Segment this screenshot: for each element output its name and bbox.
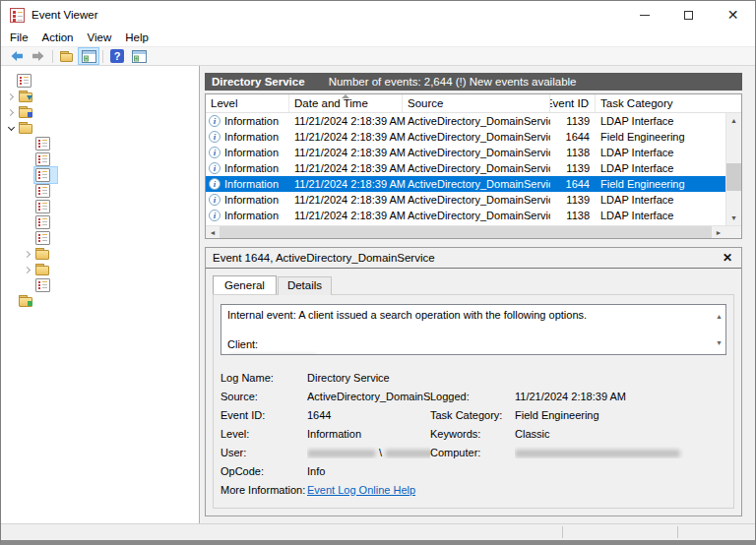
expander-icon[interactable] xyxy=(22,167,34,183)
event-task-category: LDAP Interface xyxy=(596,115,725,127)
event-fields: Log Name: Directory Service Source: Acti… xyxy=(220,368,726,499)
tree-item[interactable] xyxy=(1,246,199,262)
scroll-up-icon[interactable]: ▲ xyxy=(726,113,741,128)
tree-item[interactable] xyxy=(1,293,199,309)
event-description-line1: Internal event: A client issued a search… xyxy=(227,308,704,323)
scrollbar-thumb[interactable] xyxy=(726,163,741,191)
expander-icon[interactable] xyxy=(22,136,34,151)
menu-view[interactable]: View xyxy=(88,30,120,45)
field-value xyxy=(515,447,726,458)
information-icon xyxy=(209,162,220,174)
information-icon xyxy=(209,115,220,127)
event-source: ActiveDirectory_DomainService xyxy=(403,194,550,206)
expander-icon[interactable] xyxy=(22,199,34,214)
expander-icon[interactable] xyxy=(22,246,34,262)
close-preview-icon[interactable]: ✕ xyxy=(720,251,735,265)
help-button[interactable]: ? xyxy=(106,47,128,65)
tree-item[interactable] xyxy=(1,183,199,199)
tab-details[interactable]: Details xyxy=(278,276,332,295)
field-label: Keywords: xyxy=(430,428,515,440)
event-preview-pane: Event 1644, ActiveDirectory_DomainServic… xyxy=(205,247,742,516)
title-bar[interactable]: Event Viewer ✕ xyxy=(1,1,755,29)
tree-item[interactable] xyxy=(1,136,199,151)
column-header-event-id[interactable]: Event ID xyxy=(550,94,596,112)
redacted-value xyxy=(515,450,680,457)
show-hide-action-pane-button[interactable] xyxy=(128,47,150,65)
field-value: Info xyxy=(307,465,430,477)
expander-icon[interactable] xyxy=(22,230,34,246)
event-task-category: LDAP Interface xyxy=(596,147,725,158)
expander-icon[interactable] xyxy=(22,183,34,199)
event-source: ActiveDirectory_DomainService xyxy=(403,115,550,127)
menu-action[interactable]: Action xyxy=(42,30,82,45)
tree-item[interactable] xyxy=(1,120,199,136)
vertical-scrollbar[interactable]: ▲ ▼ xyxy=(725,113,741,225)
expander-icon[interactable] xyxy=(22,151,34,167)
log-title: Directory Service xyxy=(212,76,305,88)
tree-item[interactable] xyxy=(1,262,199,277)
expander-icon[interactable] xyxy=(5,89,18,104)
information-icon xyxy=(209,131,220,143)
scroll-down-icon[interactable]: ▼ xyxy=(726,211,741,225)
forward-icon xyxy=(32,50,45,62)
expander-icon[interactable] xyxy=(3,73,16,89)
event-row[interactable]: Information 11/21/2024 2:18:39 AM Active… xyxy=(206,129,725,145)
scroll-left-icon[interactable]: ◄ xyxy=(206,229,220,236)
tree-item[interactable] xyxy=(1,167,199,183)
information-icon xyxy=(209,178,220,190)
tree-item[interactable] xyxy=(1,230,199,246)
tree-item[interactable] xyxy=(1,277,199,293)
event-id: 1139 xyxy=(550,162,596,174)
horizontal-scrollbar[interactable]: ◄ ► xyxy=(206,225,741,238)
event-viewer-icon xyxy=(10,8,25,23)
maximize-button[interactable] xyxy=(666,1,711,29)
expander-icon[interactable] xyxy=(22,277,34,293)
tab-general[interactable]: General xyxy=(213,275,277,294)
close-button[interactable]: ✕ xyxy=(711,1,755,29)
column-header-level[interactable]: Level xyxy=(206,94,289,112)
svg-text:?: ? xyxy=(114,50,121,62)
show-hide-console-tree-button[interactable] xyxy=(78,47,99,65)
column-header-task-category[interactable]: Task Category xyxy=(596,94,725,112)
field-label: Task Category: xyxy=(430,409,515,421)
scroll-down-icon[interactable]: ▼ xyxy=(716,335,723,350)
column-header-date-and-time[interactable]: Date and Time xyxy=(289,94,403,112)
tree-item[interactable] xyxy=(1,214,199,230)
event-row[interactable]: Information 11/21/2024 2:18:39 AM Active… xyxy=(206,192,725,208)
menu-file[interactable]: File xyxy=(10,30,36,45)
tree-item[interactable] xyxy=(1,73,199,89)
expander-icon[interactable] xyxy=(5,293,18,309)
event-row[interactable]: Information 11/21/2024 2:18:39 AM Active… xyxy=(206,113,725,129)
minimize-button[interactable] xyxy=(622,1,666,29)
expander-icon[interactable] xyxy=(22,262,34,277)
tree-item[interactable] xyxy=(1,151,199,167)
expander-icon[interactable] xyxy=(22,214,34,230)
open-saved-log-button[interactable] xyxy=(56,47,78,65)
information-icon xyxy=(209,194,220,206)
minimize-icon xyxy=(640,15,650,16)
column-header-source[interactable]: Source xyxy=(403,94,550,112)
event-viewer-window: Event Viewer ✕ File Action View Help xyxy=(0,0,756,545)
expander-icon[interactable] xyxy=(5,104,18,120)
back-button[interactable] xyxy=(6,47,28,65)
event-row[interactable]: Information 11/21/2024 2:18:39 AM Active… xyxy=(206,145,725,160)
tree-item[interactable] xyxy=(1,199,199,214)
expander-icon[interactable] xyxy=(5,120,18,136)
scroll-up-icon[interactable]: ▲ xyxy=(716,309,723,324)
window-title: Event Viewer xyxy=(32,9,98,21)
event-row[interactable]: Information 11/21/2024 2:18:39 AM Active… xyxy=(206,160,725,176)
scrollbar-thumb[interactable] xyxy=(220,226,712,238)
menu-help[interactable]: Help xyxy=(125,30,157,45)
event-row[interactable]: Information 11/21/2024 2:18:39 AM Active… xyxy=(206,176,725,192)
tree-item[interactable] xyxy=(1,104,199,120)
tree-item[interactable] xyxy=(1,89,199,104)
field-label: Logged: xyxy=(430,391,515,402)
event-row[interactable]: Information 11/21/2024 2:18:39 AM Active… xyxy=(206,208,725,223)
event-description-box[interactable]: Internal event: A client issued a search… xyxy=(220,304,726,355)
preview-title: Event 1644, ActiveDirectory_DomainServic… xyxy=(213,252,720,264)
event-id: 1644 xyxy=(550,131,596,143)
event-log-online-help-link[interactable]: Event Log Online Help xyxy=(307,484,415,496)
forward-button[interactable] xyxy=(28,47,49,65)
field-label: Log Name: xyxy=(220,372,307,384)
scroll-right-icon[interactable]: ► xyxy=(712,229,725,236)
